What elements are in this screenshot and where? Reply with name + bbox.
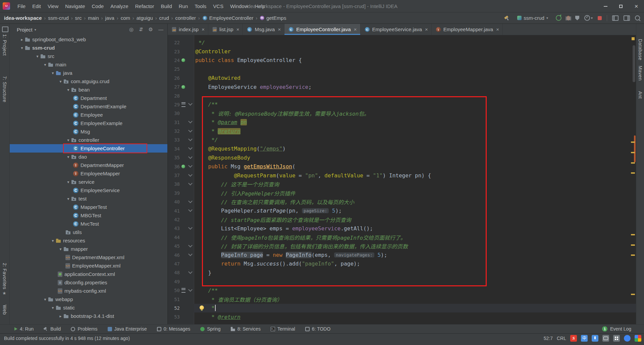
line-number[interactable]: 37 xyxy=(168,173,180,178)
breadcrumb-item-src[interactable]: src xyxy=(75,15,82,21)
line-number[interactable]: 47 xyxy=(168,261,180,267)
error-stripe-mark[interactable] xyxy=(631,162,635,164)
fold-indicator-icon[interactable] xyxy=(187,103,194,106)
project-view-selector[interactable]: Project xyxy=(17,27,33,33)
editor-tab-employeecontroller-java[interactable]: EmployeeController.java× xyxy=(284,24,360,35)
close-button[interactable]: × xyxy=(629,0,644,12)
stripe-button-ant[interactable]: Ant xyxy=(636,91,644,99)
toolwindow-button-spring[interactable]: Spring xyxy=(200,326,220,332)
tree-item-test[interactable]: ▾test xyxy=(10,194,167,203)
menu-vcs[interactable]: VCS xyxy=(210,3,227,9)
close-tab-icon[interactable]: × xyxy=(202,27,205,32)
line-number[interactable]: 25 xyxy=(168,66,180,72)
close-tab-icon[interactable]: × xyxy=(496,27,499,32)
menu-edit[interactable]: Edit xyxy=(29,3,44,9)
tree-item-employeemapper-xml[interactable]: EmployeeMapper.xml xyxy=(10,262,167,270)
cursor-position[interactable]: 52:7 xyxy=(544,336,553,341)
stripe-button-database[interactable]: Database xyxy=(636,39,644,60)
tree-item-mbgtest[interactable]: MBGTest xyxy=(10,211,167,220)
stop-button[interactable] xyxy=(598,16,602,20)
event-log-button[interactable]: 1 Event Log xyxy=(602,326,631,332)
layout-button[interactable] xyxy=(624,15,630,21)
line-number[interactable]: 33 xyxy=(168,137,180,142)
line-number[interactable]: 51 xyxy=(168,297,180,302)
maximize-button[interactable] xyxy=(613,0,629,12)
breadcrumb-item-ssm-crud[interactable]: ssm-crud xyxy=(48,15,69,21)
gear-icon[interactable]: ⚙ xyxy=(149,26,153,33)
error-stripe-mark[interactable] xyxy=(631,172,635,174)
menu-refactor[interactable]: Refactor xyxy=(132,3,158,9)
fold-indicator-icon[interactable] xyxy=(187,165,194,168)
tree-item-webapp[interactable]: ▾webapp xyxy=(10,295,167,303)
line-number[interactable]: 22 xyxy=(168,40,180,45)
tree-collapse-icon[interactable]: ▾ xyxy=(50,305,56,310)
tree-item-departmentexample[interactable]: DepartmentExample xyxy=(10,102,167,111)
tree-item-employeeexample[interactable]: EmployeeExample xyxy=(10,119,167,127)
tree-item-mvctest[interactable]: MvcTest xyxy=(10,220,167,228)
gutter-bean-icon[interactable] xyxy=(180,165,187,168)
profiler-button[interactable]: ▾ xyxy=(584,15,593,21)
editor-tab-list-jsp[interactable]: list.jsp× xyxy=(208,24,243,35)
error-stripe-mark[interactable] xyxy=(631,234,635,235)
tree-item-departmentmapper[interactable]: DepartmentMapper xyxy=(10,161,167,169)
tree-item-applicationcontext-xml[interactable]: applicationContext.xml xyxy=(10,270,167,278)
stripe-button-web[interactable]: Web xyxy=(0,305,9,315)
toolwindow-button-4-run[interactable]: 4: Run xyxy=(14,326,34,332)
tree-item-employee[interactable]: Employee xyxy=(10,111,167,119)
stripe-button-7-structure[interactable]: 7: Structure xyxy=(0,76,9,102)
tree-expand-icon[interactable]: ▸ xyxy=(58,314,63,319)
tray-icon[interactable] xyxy=(624,335,631,342)
fold-indicator-icon[interactable] xyxy=(187,253,194,256)
tree-collapse-icon[interactable]: ▾ xyxy=(50,238,56,243)
breadcrumb-item-crud[interactable]: crud xyxy=(159,15,169,21)
line-number[interactable]: 38 xyxy=(168,181,180,187)
close-tab-icon[interactable]: × xyxy=(278,27,281,32)
stripe-button-1-project[interactable]: 1: Project xyxy=(0,34,9,56)
tree-item-mybatis-config-xml[interactable]: mybatis-config.xml xyxy=(10,287,167,295)
menu-analyze[interactable]: Analyze xyxy=(107,3,131,9)
tree-item-java[interactable]: ▾java xyxy=(10,69,167,77)
run-button[interactable] xyxy=(556,15,561,21)
tree-item-mapper[interactable]: ▾mapper xyxy=(10,245,167,253)
scrollbar-thumb[interactable] xyxy=(633,45,635,82)
tree-collapse-icon[interactable]: ▾ xyxy=(58,79,63,84)
hide-panel-icon[interactable]: — xyxy=(158,26,163,33)
keyboard-icon[interactable] xyxy=(602,335,609,342)
close-tab-icon[interactable]: × xyxy=(354,27,357,32)
tree-collapse-icon[interactable]: ▾ xyxy=(19,46,25,50)
tree-item-department[interactable]: Department xyxy=(10,94,167,102)
tree-item-departmentmapper-xml[interactable]: DepartmentMapper.xml xyxy=(10,253,167,262)
line-number[interactable]: 23 xyxy=(168,49,180,54)
line-number[interactable]: 44 xyxy=(168,235,180,240)
line-number[interactable]: 53 xyxy=(168,314,180,320)
gutter-doc-icon[interactable] xyxy=(180,102,187,107)
editor-tab-msg-java[interactable]: Msg.java× xyxy=(243,24,284,35)
tree-collapse-icon[interactable]: ▾ xyxy=(65,88,71,92)
tree-collapse-icon[interactable]: ▾ xyxy=(65,155,71,159)
menu-view[interactable]: View xyxy=(44,3,62,9)
line-number[interactable]: 45 xyxy=(168,243,180,249)
run-configuration-select[interactable]: ssm-crud ▾ xyxy=(515,14,551,22)
close-tab-icon[interactable]: × xyxy=(425,27,428,32)
fold-indicator-icon[interactable] xyxy=(187,130,194,133)
tree-collapse-icon[interactable]: ▾ xyxy=(42,62,48,67)
line-number[interactable]: 41 xyxy=(168,208,180,214)
build-button[interactable] xyxy=(504,15,509,21)
tree-collapse-icon[interactable]: ▾ xyxy=(58,247,63,251)
voice-input-icon[interactable] xyxy=(592,335,598,342)
error-stripe-mark[interactable] xyxy=(632,37,635,40)
error-stripe-mark[interactable] xyxy=(631,294,635,295)
menu-code[interactable]: Code xyxy=(88,3,107,9)
menu-tools[interactable]: Tools xyxy=(191,3,210,9)
close-tab-icon[interactable]: × xyxy=(236,27,239,32)
line-number[interactable]: 32 xyxy=(168,128,180,134)
gutter-bean-icon[interactable] xyxy=(180,58,187,62)
code-content[interactable]: 22 */23@Controller24public class Employe… xyxy=(168,38,636,322)
editor-tab-employeemapper-java[interactable]: EmployeeMapper.java× xyxy=(432,24,503,35)
menu-navigate[interactable]: Navigate xyxy=(62,3,88,9)
breadcrumb-item-controller[interactable]: controller xyxy=(175,15,196,21)
fold-indicator-icon[interactable] xyxy=(187,174,194,177)
tree-collapse-icon[interactable]: ▾ xyxy=(35,54,40,59)
error-stripe-mark[interactable] xyxy=(631,152,635,153)
line-number[interactable]: 39 xyxy=(168,190,180,196)
